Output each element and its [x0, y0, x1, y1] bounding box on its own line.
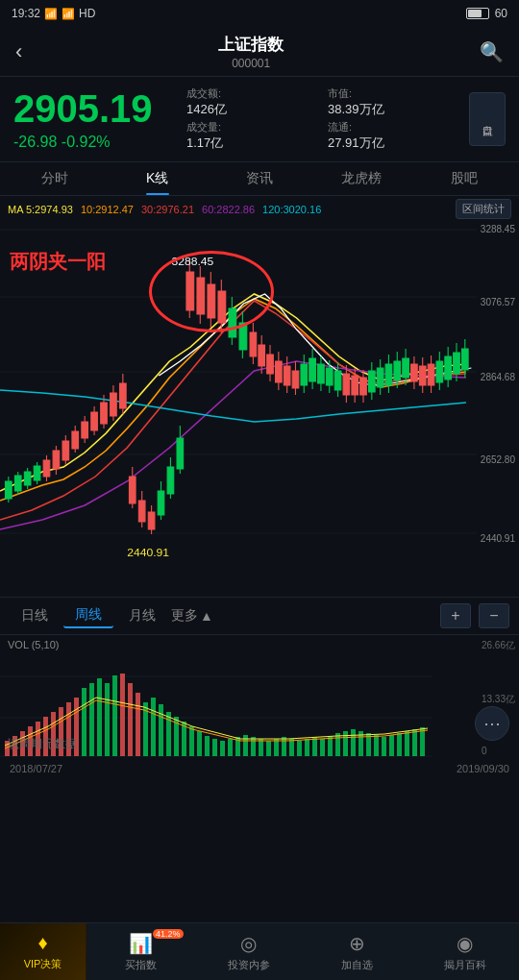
svg-rect-143	[243, 735, 248, 756]
stat-liutong: 流通: 27.91万亿	[328, 120, 461, 152]
date-end: 2019/09/30	[457, 763, 509, 774]
price-change: -26.98 -0.92%	[13, 134, 186, 151]
svg-rect-133	[166, 712, 171, 756]
period-weekly[interactable]: 周线	[63, 603, 113, 628]
battery-icon	[466, 8, 489, 19]
svg-rect-132	[159, 704, 163, 756]
zoom-out-button[interactable]: −	[479, 603, 509, 628]
ma5-label: MA 5:2974.93	[8, 204, 73, 215]
bottom-nav: ♦ VIP决策 41.2% 📊 买指数 ◎ 投资内参 ⊕ 加自选 ◉ 揭月百科	[0, 922, 519, 980]
svg-rect-150	[297, 741, 302, 756]
vol-label-low: 0	[482, 746, 515, 756]
nav-more[interactable]: ◉ 揭月百科	[411, 923, 520, 980]
status-bar: 19:32 📶 📶 HD 60	[0, 0, 519, 27]
stat-chengjiaoliang: 成交量: 1.17亿	[186, 120, 320, 152]
vol-area: VOL (5,10) 26.66亿 13.33亿 0	[0, 635, 519, 760]
svg-rect-123	[128, 683, 133, 756]
svg-rect-128	[105, 683, 110, 756]
period-monthly[interactable]: 月线	[117, 604, 167, 627]
svg-rect-129	[112, 675, 117, 756]
search-icon[interactable]: 🔍	[480, 40, 504, 63]
ma120-label: 120:3020.16	[262, 204, 321, 215]
svg-rect-144	[251, 737, 256, 756]
svg-rect-156	[343, 731, 348, 756]
stat-value-3: 27.91万亿	[328, 135, 461, 152]
nav-watchlist-label: 加自选	[341, 958, 373, 972]
svg-rect-137	[197, 731, 202, 756]
stat-value-0: 1426亿	[186, 101, 320, 118]
region-stats-button[interactable]: 区间统计	[456, 199, 511, 219]
price-change-value: -26.98	[13, 134, 57, 150]
svg-rect-141	[228, 739, 233, 756]
period-bar: 日线 周线 月线 更多 ▲ + −	[0, 597, 519, 635]
period-more[interactable]: 更多 ▲	[171, 607, 213, 625]
pankou-button[interactable]: 盘口	[469, 92, 506, 146]
nav-buy-label: 买指数	[125, 958, 157, 972]
watchlist-add-icon: ⊕	[349, 932, 365, 955]
date-start: 2018/07/27	[10, 763, 62, 774]
stat-shizhi: 市值: 38.39万亿	[328, 86, 461, 118]
period-more-label: 更多	[171, 607, 198, 625]
tab-kxian[interactable]: K线	[106, 162, 208, 195]
stat-label-3: 流通:	[328, 120, 461, 135]
price-label-high: 3288.45	[481, 224, 515, 234]
svg-rect-157	[351, 729, 356, 756]
back-button[interactable]: ‹	[15, 39, 22, 64]
stock-name: 上证指数	[22, 34, 480, 56]
tab-longhubang[interactable]: 龙虎榜	[310, 162, 412, 195]
stat-label-0: 成交额:	[186, 86, 320, 101]
vip-diamond-icon: ♦	[37, 932, 47, 954]
stat-value-2: 1.17亿	[186, 135, 320, 152]
signal-icon: 📶	[44, 8, 58, 20]
svg-rect-153	[320, 739, 325, 756]
svg-rect-162	[389, 735, 394, 756]
zoom-in-button[interactable]: +	[440, 603, 471, 628]
tab-zixun[interactable]: 资讯	[209, 162, 310, 195]
tab-fenshi[interactable]: 分时	[4, 162, 106, 195]
svg-rect-124	[136, 693, 140, 756]
tab-bar: 分时 K线 资讯 龙虎榜 股吧	[0, 162, 519, 196]
wifi-icon: 📶	[62, 8, 75, 20]
stock-code: 000001	[22, 57, 480, 70]
svg-rect-122	[120, 674, 125, 756]
nav-buy-index[interactable]: 41.2% 📊 买指数	[86, 923, 195, 980]
status-right: 60	[466, 7, 507, 20]
vol-label-mid: 13.33亿	[482, 693, 515, 706]
tab-guba[interactable]: 股吧	[413, 162, 515, 195]
svg-rect-136	[189, 726, 194, 756]
price-left: 2905.19 -26.98 -0.92%	[13, 87, 186, 151]
ma30-label: 30:2976.21	[141, 204, 194, 215]
float-action-button[interactable]: ⋯	[475, 706, 509, 741]
stat-label-2: 成交量:	[186, 120, 320, 135]
svg-rect-164	[405, 731, 409, 756]
svg-rect-149	[289, 739, 294, 756]
chart-annotation: 两阴夹一阳	[10, 249, 106, 275]
candlestick-chart: 2440.91 3288.45	[0, 222, 519, 597]
stat-label-1: 市值:	[328, 86, 461, 101]
hd-label: HD	[79, 7, 95, 20]
nav-more-label: 揭月百科	[444, 958, 486, 972]
price-label-4: 2652.80	[481, 454, 515, 465]
svg-rect-161	[382, 737, 386, 756]
svg-rect-138	[205, 736, 210, 756]
vol-right-labels: 26.66亿 13.33亿 0	[482, 635, 515, 760]
buy-badge: 41.2%	[153, 929, 184, 939]
invest-icon: ◎	[240, 932, 257, 955]
nav-invest[interactable]: ◎ 投资内参	[195, 923, 304, 980]
period-daily[interactable]: 日线	[10, 604, 60, 627]
battery-level: 60	[495, 7, 507, 20]
svg-rect-126	[89, 683, 94, 756]
no-data-message: 该周期无数据	[8, 736, 77, 752]
ma-line: MA 5:2974.93 10:2912.47 30:2976.21 60:28…	[0, 196, 519, 222]
svg-rect-166	[420, 727, 425, 756]
svg-rect-154	[328, 736, 333, 756]
nav-invest-label: 投资内参	[228, 958, 270, 972]
ma10-label: 10:2912.47	[81, 204, 134, 215]
nav-watchlist[interactable]: ⊕ 加自选	[303, 923, 411, 980]
nav-vip[interactable]: ♦ VIP决策	[0, 923, 86, 980]
svg-rect-140	[220, 741, 225, 756]
svg-text:3288.45: 3288.45	[172, 256, 214, 266]
ma60-label: 60:2822.86	[202, 204, 255, 215]
svg-rect-163	[397, 733, 402, 756]
price-stats: 成交额: 1426亿 市值: 38.39万亿 成交量: 1.17亿 流通: 27…	[186, 86, 461, 152]
